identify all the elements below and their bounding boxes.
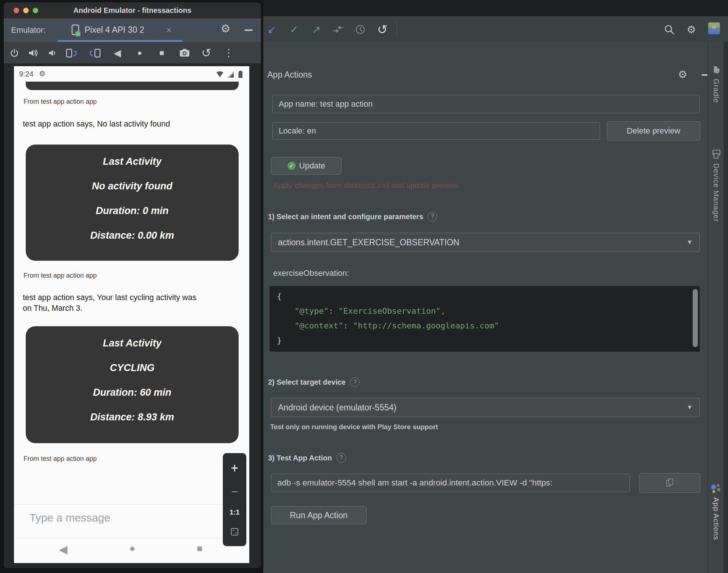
emulator-toolbar: ◀ ● ■ ↺ ⋮ [4, 42, 261, 64]
reset-rotation-icon[interactable]: ↺ [200, 47, 213, 59]
intent-parameters-editor[interactable]: { "@type": "ExerciseObservation", "@cont… [270, 286, 700, 352]
section-device-label: 2) Select target device ? [268, 377, 360, 387]
message-sender-label: From test app action app [24, 272, 97, 280]
chat-message: test app action says, Your last cycling … [23, 292, 207, 314]
help-icon[interactable]: ? [336, 453, 346, 463]
tool-button-label: Gradle [712, 79, 720, 103]
code-line: } [277, 333, 700, 348]
message-sender-label: From test app action app [24, 98, 97, 106]
power-icon[interactable] [8, 47, 21, 59]
volume-up-icon[interactable] [27, 47, 40, 59]
volume-down-icon[interactable] [46, 47, 58, 59]
tool-button-label: App Actions [712, 497, 720, 540]
target-device-dropdown[interactable]: Android device (emulator-5554) ▼ [271, 398, 700, 417]
card-line: Duration: 60 min [26, 380, 239, 405]
tool-button-app-actions[interactable]: App Actions [708, 483, 724, 540]
chat-message: test app action says, No last activity f… [23, 119, 170, 129]
scrollbar[interactable] [693, 289, 698, 347]
emulator-window: Android Emulator - fitnessactions Emulat… [4, 2, 261, 568]
target-device-value: Android device (emulator-5554) [278, 403, 396, 413]
activity-card: Last Activity CYCLING Duration: 60 min D… [26, 326, 239, 443]
merge-arrows-icon[interactable] [332, 23, 345, 36]
divider [14, 538, 249, 538]
back-icon[interactable]: ◀ [111, 47, 124, 59]
device-manager-icon [710, 149, 721, 159]
help-icon[interactable]: ? [350, 377, 360, 387]
nav-home-icon[interactable]: ● [126, 543, 139, 554]
copy-icon [666, 478, 674, 487]
fit-screen-icon[interactable] [230, 527, 239, 538]
nav-back-icon[interactable]: ◀ [57, 543, 70, 556]
card-line: Duration: 0 min [26, 199, 239, 223]
delete-preview-button[interactable]: Delete preview [607, 121, 700, 140]
update-check-icon: ✓ [288, 162, 296, 170]
overview-icon[interactable]: ■ [156, 47, 168, 59]
chevron-down-icon: ▼ [686, 239, 693, 246]
settings-gear-icon[interactable]: ⚙ [685, 23, 698, 36]
app-actions-panel: App Actions ⚙ App name: test app action … [263, 42, 707, 573]
card-title: Last Activity [26, 149, 239, 174]
user-avatar[interactable] [708, 22, 720, 34]
undo-icon[interactable]: ↺ [376, 23, 389, 36]
adb-command-field[interactable]: adb -s emulator-5554 shell am start -a a… [271, 474, 630, 492]
wifi-icon [215, 71, 224, 79]
locale-field[interactable]: Locale: en [272, 122, 600, 140]
more-options-kebab-icon[interactable]: ⋮ [222, 47, 235, 59]
zoom-out-button[interactable]: − [231, 486, 238, 498]
message-input[interactable] [29, 508, 188, 528]
update-button-label: Update [299, 161, 325, 171]
home-icon[interactable]: ● [133, 47, 146, 59]
phone-screen: 9:24 ⚙ From test app action app test app… [14, 66, 249, 563]
zoom-reset-button[interactable]: 1:1 [229, 508, 239, 516]
assistant-icon [711, 483, 721, 493]
scrolled-card-remnant [26, 82, 239, 90]
observation-label: exerciseObservation: [273, 268, 349, 278]
chevron-down-icon: ▼ [686, 404, 693, 411]
message-sender-label: From test app action app [24, 455, 97, 463]
card-line: CYCLING [26, 356, 239, 380]
divider [14, 504, 249, 505]
card-title: Last Activity [26, 331, 239, 356]
emulator-zoom-panel: + − 1:1 [223, 453, 246, 546]
update-button[interactable]: ✓ Update [271, 157, 342, 175]
screenshot-camera-icon[interactable] [178, 47, 191, 59]
toolbar-separator [396, 21, 397, 37]
status-time: 9:24 [19, 70, 33, 78]
commit-check-icon[interactable]: ✓ [288, 23, 301, 36]
push-changes-icon[interactable]: ↗ [310, 23, 323, 36]
history-clock-icon[interactable] [354, 23, 367, 36]
activity-card: Last Activity No activity found Duration… [26, 145, 239, 261]
code-line: "@type": "ExerciseObservation", [277, 304, 700, 318]
nav-overview-icon[interactable]: ■ [193, 543, 206, 554]
desktop: Android Emulator - fitnessactions Emulat… [0, 0, 728, 573]
help-icon[interactable]: ? [428, 212, 437, 221]
run-app-action-button[interactable]: Run App Action [271, 506, 367, 524]
card-line: Distance: 8.93 km [26, 405, 239, 430]
cell-signal-icon [226, 71, 235, 79]
panel-title: App Actions [267, 70, 312, 80]
code-line: "@context": "http://schema.googleapis.co… [277, 318, 700, 333]
close-tab-icon[interactable]: × [166, 25, 171, 35]
tool-button-device-manager[interactable]: Device Manager [708, 149, 724, 222]
pull-changes-icon[interactable]: ↙ [265, 23, 278, 36]
emulator-settings-gear-icon[interactable]: ⚙ [221, 22, 231, 35]
section-test-label: 3) Test App Action ? [268, 453, 346, 463]
search-icon[interactable] [663, 23, 676, 36]
panel-settings-gear-icon[interactable]: ⚙ [678, 68, 687, 81]
tool-button-label: Device Manager [712, 163, 720, 222]
rotate-right-icon[interactable] [88, 47, 101, 59]
zoom-in-button[interactable]: + [231, 462, 238, 475]
code-line: { [277, 289, 700, 304]
copy-command-button[interactable] [639, 473, 700, 493]
intent-dropdown[interactable]: actions.intent.GET_EXERCISE_OBSERVATION … [271, 233, 700, 252]
tool-button-gradle[interactable]: Gradle [708, 65, 724, 103]
app-name-field[interactable]: App name: test app action [272, 95, 700, 113]
rotate-left-icon[interactable] [66, 47, 78, 59]
emulator-tabbar: Emulator: Pixel 4 API 30 2 × ⚙ [4, 18, 261, 42]
minimize-emulator-panel-icon[interactable] [245, 29, 253, 31]
window-titlebar: Android Emulator - fitnessactions [4, 2, 261, 19]
intent-dropdown-value: actions.intent.GET_EXERCISE_OBSERVATION [278, 238, 459, 248]
update-hint-text: Apply changes from shortcuts.xml and upd… [273, 181, 458, 190]
section-intent-label: 1) Select an intent and configure parame… [268, 212, 437, 221]
device-caption: Test only on running device with Play St… [270, 423, 438, 431]
